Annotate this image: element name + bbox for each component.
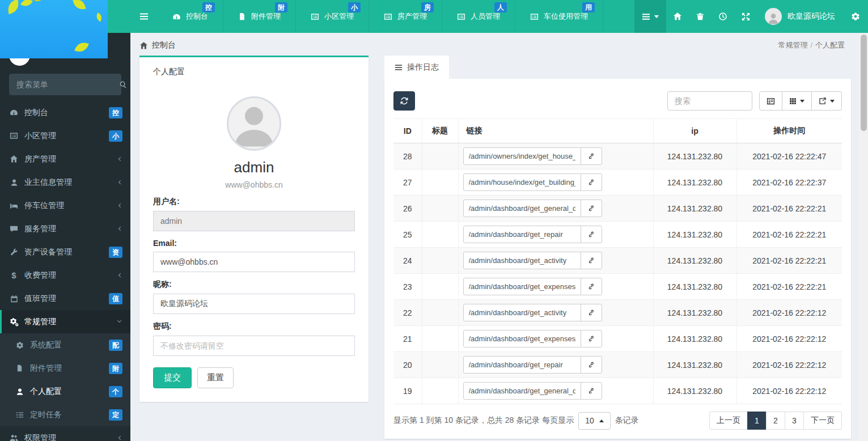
page-size-select[interactable]: 10 <box>578 412 611 430</box>
table-row: 19 124.131.232.80 2021-02-16 22:22:12 <box>393 378 842 404</box>
table-search <box>667 91 752 111</box>
sidebar-item-attachments[interactable]: 附件管理 附 <box>0 357 130 380</box>
log-link-input[interactable] <box>463 278 581 295</box>
password-field[interactable] <box>153 336 355 356</box>
operation-log-table: ID 标题 链接 ip 操作时间 28 124.131.232.80 <box>393 118 842 404</box>
nav-badge: 附 <box>275 2 287 12</box>
open-link-button[interactable] <box>581 304 602 321</box>
tab-operation-log[interactable]: 操作日志 <box>384 56 449 79</box>
log-link-input[interactable] <box>463 226 581 243</box>
open-link-button[interactable] <box>581 147 602 165</box>
open-link-button[interactable] <box>581 330 602 347</box>
sidebar-item-service[interactable]: 服务管理 <box>0 217 130 240</box>
breadcrumb-section[interactable]: 常规管理 <box>778 41 807 49</box>
export-icon <box>819 97 827 105</box>
sidebar-item-profile[interactable]: 个人配置 个 <box>0 380 130 403</box>
log-link-input[interactable] <box>463 173 581 191</box>
sidebar-item-general[interactable]: 常规管理 <box>0 310 130 333</box>
page-button-2[interactable]: 2 <box>766 412 785 430</box>
log-link-input[interactable] <box>463 382 581 400</box>
navbar-spacer <box>603 0 634 33</box>
trash-button[interactable] <box>689 0 712 33</box>
app-logo[interactable] <box>0 0 108 58</box>
open-link-button[interactable] <box>581 252 602 269</box>
topnav-item-attachments[interactable]: 附件管理 附 <box>223 0 296 33</box>
topnav-item-dashboard[interactable]: 控制台 控 <box>158 0 223 33</box>
user-menu[interactable]: 欧皇源码论坛 <box>757 0 843 33</box>
topnav-label: 人员管理 <box>471 11 500 22</box>
sidebar-item-assets[interactable]: 资产设备管理 资 <box>0 240 130 264</box>
columns-button[interactable] <box>782 91 812 111</box>
username-group: 用户名: <box>153 197 355 231</box>
page-button-1[interactable]: 1 <box>747 412 767 430</box>
open-link-button[interactable] <box>581 278 602 295</box>
topnav-item-personnel[interactable]: 人员管理 人 <box>442 0 515 33</box>
username-field[interactable] <box>153 211 355 231</box>
sidebar-item-property[interactable]: 房产管理 <box>0 147 130 171</box>
open-link-button[interactable] <box>581 200 602 217</box>
sidebar-item-system-config[interactable]: 系统配置 配 <box>0 333 130 357</box>
log-link-input[interactable] <box>463 330 581 347</box>
gear-icon <box>15 341 24 349</box>
sidebar-item-fees[interactable]: $ 收费管理 <box>0 264 130 287</box>
nickname-label: 昵称: <box>153 279 355 290</box>
sidebar-item-duty[interactable]: 值班管理 值 <box>0 287 130 310</box>
refresh-button[interactable] <box>393 91 415 111</box>
topnav-item-parking-usage[interactable]: 车位使用管理 用 <box>515 0 603 33</box>
topnav-item-property[interactable]: 房产管理 房 <box>369 0 442 33</box>
sidebar-item-community[interactable]: 小区管理 小 <box>0 124 130 147</box>
home-button[interactable] <box>666 0 689 33</box>
export-button[interactable] <box>812 91 842 111</box>
profile-display-name: admin <box>153 159 355 176</box>
log-link-input[interactable] <box>463 304 581 321</box>
col-id[interactable]: ID <box>393 119 422 143</box>
topnav-label: 控制台 <box>186 11 208 22</box>
menu-badge: 附 <box>109 363 122 374</box>
sidebar-item-parking[interactable]: 停车位管理 <box>0 194 130 217</box>
toggle-view-button[interactable] <box>759 91 782 111</box>
sidebar-item-dashboard[interactable]: 控制台 控 <box>0 101 130 124</box>
fullscreen-button[interactable] <box>734 0 757 33</box>
settings-button[interactable] <box>843 0 868 33</box>
open-link-button[interactable] <box>581 382 602 400</box>
sidebar-item-permissions[interactable]: 权限管理 <box>0 426 130 441</box>
log-link-input[interactable] <box>463 200 581 217</box>
log-link-input[interactable] <box>463 252 581 269</box>
grid-icon <box>789 97 797 105</box>
table-footer: 显示第 1 到第 10 条记录，总共 28 条记录 每页显示 10 条记录 上一… <box>393 412 842 430</box>
wrench-icon <box>9 248 19 256</box>
sidebar-item-cron[interactable]: 定时任务 定 <box>0 403 130 426</box>
submit-button[interactable]: 提交 <box>153 367 192 388</box>
col-time[interactable]: 操作时间 <box>736 119 842 143</box>
log-link-input[interactable] <box>463 356 581 374</box>
col-link[interactable]: 链接 <box>458 119 653 143</box>
breadcrumb-current: 个人配置 <box>815 41 845 49</box>
nickname-field[interactable] <box>153 294 355 314</box>
email-field[interactable] <box>153 252 355 272</box>
col-title[interactable]: 标题 <box>422 119 458 143</box>
open-link-button[interactable] <box>581 226 602 243</box>
hamburger-icon <box>642 12 650 21</box>
topnav-item-community[interactable]: 小区管理 小 <box>296 0 369 33</box>
log-link-input[interactable] <box>463 147 581 165</box>
vertical-scrollbar <box>859 33 868 441</box>
sidebar-toggle-button[interactable] <box>130 0 158 33</box>
open-link-button[interactable] <box>581 173 602 191</box>
open-link-button[interactable] <box>581 356 602 374</box>
col-ip[interactable]: ip <box>653 119 736 143</box>
reset-button[interactable]: 重置 <box>197 367 234 388</box>
menu-dropdown-button[interactable] <box>634 0 666 33</box>
file-icon <box>15 364 24 372</box>
users-icon <box>9 434 19 441</box>
scrollbar-thumb[interactable] <box>861 35 867 131</box>
sidebar-item-owner-info[interactable]: 业主信息管理 <box>0 171 130 194</box>
sidebar-search-input[interactable] <box>16 80 119 89</box>
password-label: 密码: <box>153 321 355 332</box>
prev-page-button[interactable]: 上一页 <box>709 412 748 430</box>
home-icon <box>673 12 682 21</box>
user-icon <box>15 388 24 396</box>
next-page-button[interactable]: 下一页 <box>803 412 842 430</box>
table-search-input[interactable] <box>667 91 752 111</box>
history-button[interactable] <box>712 0 734 33</box>
page-button-3[interactable]: 3 <box>785 412 804 430</box>
